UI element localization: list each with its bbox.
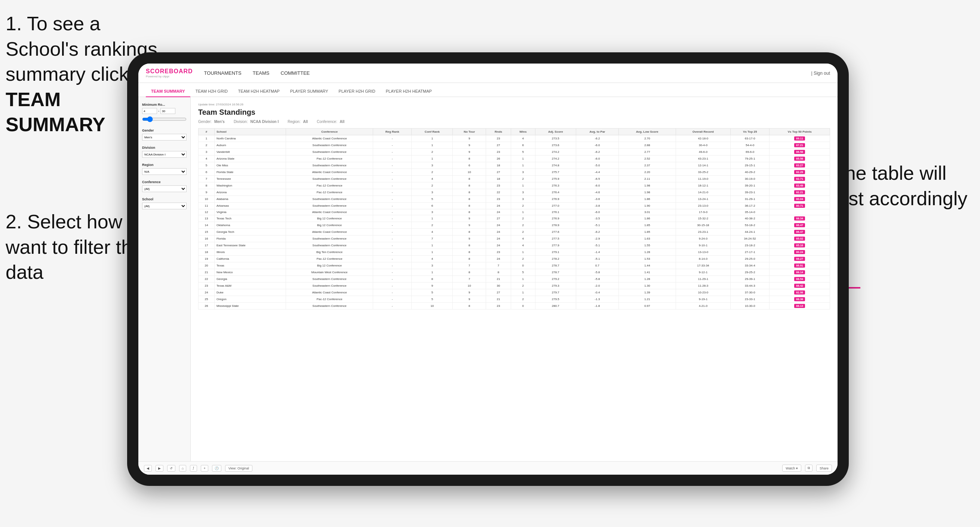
cell-avg-low: 1.41 [619,269,676,276]
cell-conf-rank: 5 [412,296,453,303]
cell-conference: Southeastern Conference [286,303,373,310]
cell-vs-top25: 79-25-1 [730,156,770,162]
subnav-player-summary[interactable]: PLAYER SUMMARY [285,86,334,97]
filter-region-select[interactable]: N/A All [142,168,186,175]
col-rank: # [199,129,215,135]
cell-avg-low: 3.01 [619,209,676,215]
nav-signout[interactable]: | Sign out [811,71,830,76]
cell-vs-top25: 33-34-4 [730,262,770,269]
cell-conference: Southeastern Conference [286,203,373,209]
cell-avg-to-par: -6.0 [576,142,619,149]
cell-avg-to-par: -1.4 [576,249,619,256]
filter-division-select[interactable]: NCAA Division I NCAA Division II [142,151,186,158]
cell-rank: 9 [199,189,215,196]
cell-rnds: 24 [486,209,511,215]
nav-tournaments[interactable]: TOURNAMENTS [204,68,242,78]
cell-pts: 83.49 [770,183,830,189]
subnav-player-h2h-heatmap[interactable]: PLAYER H2H HEATMAP [381,86,437,97]
subnav-team-h2h-heatmap[interactable]: TEAM H2H HEATMAP [233,86,285,97]
cell-rnds: 27 [486,169,511,176]
cell-pts: 80.71 [770,203,830,209]
table-row: 22 Georgia Southeastern Conference - 8 7… [199,276,830,283]
cell-wins: 2 [511,256,535,262]
cell-no-tour: 9 [453,135,486,142]
cell-overall: 23-13-0 [676,203,730,209]
cell-avg-to-par: -6.0 [576,183,619,189]
cell-rnds: 23 [486,149,511,156]
cell-avg-low: 1.85 [619,222,676,229]
filter-min-input[interactable] [142,108,157,114]
cell-avg-low: 1.85 [619,229,676,235]
cell-overall: 12-14-1 [676,162,730,169]
cell-pts: 80.04 [770,196,830,203]
cell-pts: 88.27 [770,256,830,262]
cell-no-tour: 8 [453,209,486,215]
cell-wins: 6 [511,142,535,149]
cell-wins: 2 [511,229,535,235]
filter-minimum-rounds: Minimum Ro... - [142,103,186,123]
cell-overall: 43-23-1 [676,156,730,162]
filter-conference-select[interactable]: (All) [142,186,186,192]
cell-adj-score: 276.9 [535,215,576,222]
cell-avg-to-par: -6.0 [576,156,619,162]
cell-overall: 9-19-1 [676,296,730,303]
cell-reg-rank: - [373,183,411,189]
cell-pts: 88.13 [770,303,830,310]
cell-rnds: 24 [486,256,511,262]
cell-avg-to-par: -1.8 [576,303,619,310]
cell-vs-top25: 29-15-1 [730,162,770,169]
cell-rnds: 8 [486,269,511,276]
filter-max-input[interactable] [161,108,175,114]
table-row: 9 Arizona Pac-12 Conference - 3 8 22 3 2… [199,189,830,196]
cell-rank: 15 [199,229,215,235]
nav-back-btn[interactable]: ◀ [144,465,152,472]
cell-pts: 88.54 [770,276,830,283]
cell-avg-to-par: -5.1 [576,222,619,229]
nav-committee[interactable]: COMMITTEE [281,68,310,78]
cell-vs-top25: 54-4-0 [730,142,770,149]
nav-forward-btn[interactable]: ▶ [156,465,163,472]
cell-reg-rank: - [373,189,411,196]
cell-overall: 17-33-34 [676,262,730,269]
cell-school: Arizona [214,189,286,196]
cell-adj-score: 277.0 [535,203,576,209]
cell-conf-rank: 3 [412,262,453,269]
home-btn[interactable]: ⌂ [179,465,186,472]
cell-vs-top25: 39-20-1 [730,183,770,189]
col-vs-top50: Vs Top 50 Points [770,129,830,135]
update-time: Update time: 27/03/2024 16:56:26 [198,103,830,106]
subnav-player-h2h-grid[interactable]: PLAYER H2H GRID [334,86,381,97]
cell-no-tour: 7 [453,262,486,269]
watch-btn[interactable]: Watch ▾ [782,465,801,472]
cell-rank: 10 [199,196,215,203]
reload-btn[interactable]: ↺ [167,465,175,472]
filter-gender-select[interactable]: Men's Women's [142,134,186,141]
cell-reg-rank: - [373,242,411,249]
filter-school-select[interactable]: (All) [142,203,186,209]
cell-avg-to-par: -6.5 [576,176,619,183]
copy-btn[interactable]: ⧉ [805,465,813,472]
cell-adj-score: 273.5 [535,135,576,142]
view-original-btn[interactable]: View: Original [225,465,252,472]
share-small-btn[interactable]: ⤴ [190,465,197,472]
cell-overall: 9-10-1 [676,242,730,249]
cell-school: Auburn [214,142,286,149]
nav-teams[interactable]: TEAMS [253,68,270,78]
cell-vs-top25: 37-30-0 [730,289,770,296]
cell-conference: Big 12 Conference [286,262,373,269]
subnav-team-summary[interactable]: TEAM SUMMARY [146,86,190,97]
cell-pts: 82.71 [770,176,830,183]
plus-btn[interactable]: + [201,465,208,472]
filter-slider[interactable] [142,116,186,122]
cell-pts: 85.58 [770,156,830,162]
cell-conf-rank: 4 [412,256,453,262]
cell-school: Tennessee [214,176,286,183]
subnav-team-h2h-grid[interactable]: TEAM H2H GRID [190,86,233,97]
clock-btn[interactable]: 🕐 [212,465,221,472]
share-btn[interactable]: Share [816,465,832,472]
cell-vs-top25: 10-30-0 [730,303,770,310]
filter-division-section: Division NCAA Division I NCAA Division I… [142,146,186,158]
cell-avg-low: 1.90 [619,203,676,209]
cell-avg-to-par: -6.2 [576,229,619,235]
cell-no-tour: 10 [453,283,486,289]
